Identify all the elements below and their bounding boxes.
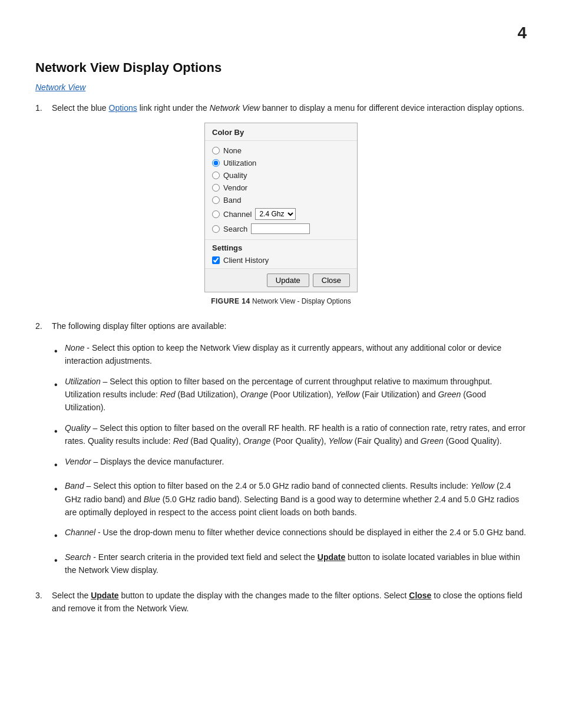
channel-dropdown[interactable]: 2.4 Ghz 5.0 Ghz: [255, 208, 296, 220]
step1-text-end: banner to display a menu for different d…: [260, 103, 524, 113]
radio-quality-label: Quality: [223, 171, 247, 180]
radio-none[interactable]: None: [212, 144, 350, 157]
bullet-dot: [54, 344, 60, 368]
figure-caption-desc: Network View - Display Options: [252, 297, 351, 305]
radio-search-input[interactable]: [212, 225, 220, 233]
bullet-utilization-content: Utilization – Select this option to filt…: [65, 375, 527, 414]
radio-vendor-input[interactable]: [212, 184, 220, 192]
radio-search-label: Search: [223, 225, 247, 233]
bullet-list: None - Select this option to keep the Ne…: [54, 341, 527, 577]
bullet-channel-content: Channel - Use the drop-down menu to filt…: [65, 526, 526, 543]
update-button[interactable]: Update: [267, 274, 309, 287]
term-channel: Channel: [65, 528, 95, 537]
step1-number: 1.: [35, 101, 47, 114]
client-history-checkbox[interactable]: [212, 256, 220, 264]
list-item-vendor: Vendor – Displays the device manufacture…: [54, 455, 527, 473]
term-search: Search: [65, 552, 91, 562]
radio-band[interactable]: Band: [212, 194, 350, 206]
radio-vendor[interactable]: Vendor: [212, 182, 350, 194]
list-item-none: None - Select this option to keep the Ne…: [54, 341, 527, 368]
term-utilization: Utilization: [65, 377, 101, 386]
bullet-dot: [54, 424, 60, 448]
term-quality: Quality: [65, 423, 91, 433]
step3-update-label: Update: [91, 591, 118, 600]
close-button[interactable]: Close: [313, 274, 350, 287]
search-text-input[interactable]: [251, 223, 310, 234]
step2-number: 2.: [35, 319, 47, 332]
network-view-italic: Network View: [210, 103, 260, 113]
step1-text-before: Select the blue: [52, 103, 109, 113]
bullet-dot: [54, 553, 60, 577]
term-none: None: [65, 343, 84, 353]
step1-text-after: link right under the: [137, 103, 210, 113]
list-item-channel: Channel - Use the drop-down menu to filt…: [54, 526, 527, 543]
list-item-utilization: Utilization – Select this option to filt…: [54, 375, 527, 414]
step1-block: 1. Select the blue Options link right un…: [35, 101, 527, 305]
radio-none-label: None: [223, 146, 242, 155]
step3-text-before: Select the: [52, 591, 91, 600]
step3-block: 3. Select the Update button to update th…: [35, 589, 527, 615]
dialog-body: None Utilization Quality Vendor Band: [205, 141, 357, 239]
radio-utilization-label: Utilization: [223, 159, 256, 167]
network-view-link[interactable]: Network View: [35, 83, 527, 92]
radio-utilization-input[interactable]: [212, 159, 220, 167]
step3-text2: button to update the display with the ch…: [119, 591, 409, 600]
bullet-dot: [54, 457, 60, 473]
radio-quality-input[interactable]: [212, 172, 220, 179]
step1-text: 1. Select the blue Options link right un…: [35, 101, 527, 114]
radio-search[interactable]: Search: [212, 222, 350, 236]
step3-close-label: Close: [409, 591, 431, 600]
list-item-band: Band – Select this option to filter base…: [54, 479, 527, 519]
step3-text: 3. Select the Update button to update th…: [35, 589, 527, 615]
term-band: Band: [65, 481, 84, 490]
radio-channel-label: Channel: [223, 210, 252, 219]
figure-label: Figure 14: [211, 297, 250, 305]
radio-band-label: Band: [223, 196, 241, 205]
radio-utilization[interactable]: Utilization: [212, 157, 350, 169]
radio-vendor-label: Vendor: [223, 183, 247, 192]
step3-number: 3.: [35, 589, 47, 615]
term-vendor: Vendor: [65, 457, 91, 466]
search-update-label: Update: [318, 552, 345, 562]
bullet-vendor-content: Vendor – Displays the device manufacture…: [65, 455, 224, 473]
step3-content: Select the Update button to update the d…: [52, 589, 527, 615]
section-title: Network View Display Options: [35, 60, 527, 75]
settings-header: Settings: [212, 243, 350, 252]
radio-channel[interactable]: Channel 2.4 Ghz 5.0 Ghz: [212, 206, 350, 222]
dialog-footer: Update Close: [205, 268, 357, 292]
figure-caption: Figure 14 Network View - Display Options: [35, 297, 527, 305]
bullet-search-content: Search - Enter search criteria in the pr…: [65, 551, 527, 577]
bullet-dot: [54, 482, 60, 519]
bullet-dot: [54, 377, 60, 414]
step1-content: Select the blue Options link right under…: [52, 101, 527, 114]
settings-section: Settings Client History: [205, 239, 357, 268]
bullet-dot: [54, 528, 60, 543]
step2-intro: The following display filter options are…: [52, 319, 527, 332]
bullet-band-content: Band – Select this option to filter base…: [65, 479, 527, 519]
radio-band-input[interactable]: [212, 196, 220, 204]
step2-block: 2. The following display filter options …: [35, 319, 527, 577]
bullet-none-content: None - Select this option to keep the Ne…: [65, 341, 527, 368]
radio-none-input[interactable]: [212, 147, 220, 154]
dialog-box: Color By None Utilization Quality Vendor: [204, 123, 358, 292]
list-item-quality: Quality – Select this option to filter b…: [54, 421, 527, 448]
client-history-row[interactable]: Client History: [212, 255, 350, 266]
options-link[interactable]: Options: [109, 103, 137, 113]
bullet-quality-content: Quality – Select this option to filter b…: [65, 421, 527, 448]
step2-text: 2. The following display filter options …: [35, 319, 527, 332]
dialog-color-by-header: Color By: [205, 123, 357, 141]
radio-channel-input[interactable]: [212, 210, 220, 218]
page-number: 4: [35, 24, 527, 42]
list-item-search: Search - Enter search criteria in the pr…: [54, 551, 527, 577]
client-history-label: Client History: [223, 256, 269, 265]
radio-quality[interactable]: Quality: [212, 169, 350, 182]
